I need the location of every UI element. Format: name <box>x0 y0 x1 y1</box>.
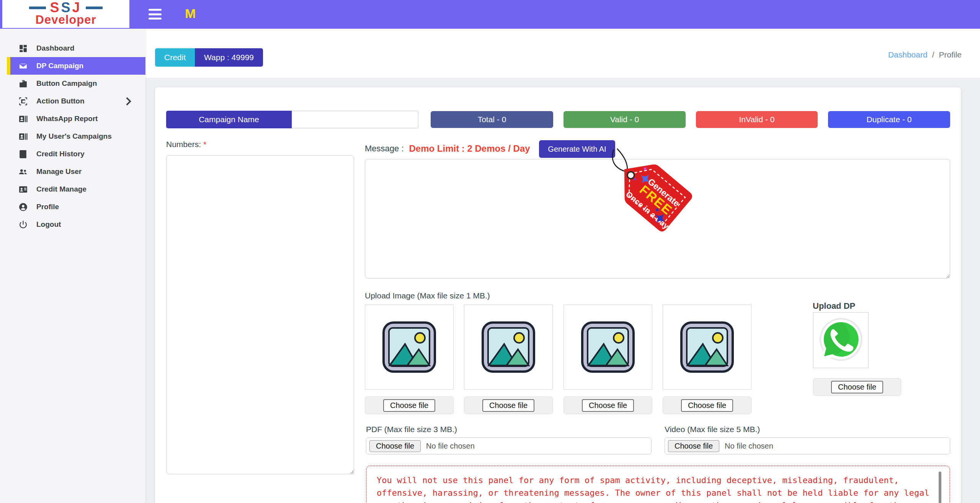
no-file-chosen-text: No file chosen <box>725 442 773 451</box>
choose-file-button[interactable]: Choose file <box>582 399 634 412</box>
choose-file-button[interactable]: Choose file <box>482 399 534 412</box>
users-icon <box>18 167 28 177</box>
sidebar-item-dp-campaign[interactable]: DP Campaign <box>7 57 145 75</box>
app-logo: SSJ Developer <box>2 0 129 28</box>
generate-with-ai-button[interactable]: Generate With AI <box>539 140 615 158</box>
pdf-label: PDF (Max file size 3 MB.) <box>366 425 457 434</box>
sidebar-item-button-campaign[interactable]: Button Campaign <box>7 75 145 92</box>
briefcase-icon <box>18 79 28 88</box>
image-file-input-4: Choose file <box>663 397 751 414</box>
demo-limit-text: Demo Limit : 2 Demos / Day <box>409 143 530 154</box>
image-preview-1 <box>365 305 454 390</box>
numbers-textarea[interactable] <box>166 155 354 474</box>
power-icon <box>18 220 28 229</box>
content-topbar: Credit Wapp : 49999 Dashboard / Profile <box>145 29 980 78</box>
report-card-icon <box>18 114 28 124</box>
message-label: Message : <box>365 144 404 154</box>
image-placeholder-icon <box>481 321 536 373</box>
choose-file-button[interactable]: Choose file <box>681 399 733 412</box>
sidebar-item-credit-manage[interactable]: Credit Manage <box>7 180 145 198</box>
report-card-icon <box>18 132 28 141</box>
stat-total[interactable]: Total - 0 <box>431 111 553 128</box>
choose-file-button[interactable]: Choose file <box>383 399 435 412</box>
logo-letters: SSJ <box>50 2 82 13</box>
sidebar-item-profile[interactable]: Profile <box>7 198 145 216</box>
breadcrumb-separator: / <box>932 50 934 59</box>
logo-subtitle: Developer <box>36 13 96 26</box>
breadcrumb-dashboard-link[interactable]: Dashboard <box>888 50 928 59</box>
sidebar: Dashboard DP Campaign Button Campaign Ac… <box>0 29 145 503</box>
choose-file-button[interactable]: Choose file <box>831 381 883 393</box>
logo-dash-left <box>29 7 46 9</box>
sidebar-item-dashboard[interactable]: Dashboard <box>7 39 145 57</box>
whatsapp-icon <box>817 316 866 365</box>
image-file-input-3: Choose file <box>564 397 652 414</box>
chevron-right-icon <box>124 97 133 106</box>
logo-dash-right <box>86 7 103 9</box>
numbers-label: Numbers: * <box>166 140 206 149</box>
upload-image-label: Upload Image (Max file size 1 MB.) <box>365 291 490 300</box>
choose-file-button[interactable]: Choose file <box>369 440 421 452</box>
sidebar-item-credit-history[interactable]: Credit History <box>7 145 145 163</box>
wapp-balance-button[interactable]: Wapp : 49999 <box>195 48 263 67</box>
stat-valid[interactable]: Valid - 0 <box>564 111 686 128</box>
video-label: Video (Max file size 5 MB.) <box>665 425 760 434</box>
image-preview-2 <box>464 305 553 390</box>
image-preview-3 <box>564 305 652 390</box>
sidebar-item-logout[interactable]: Logout <box>7 216 145 233</box>
spam-warning-text: You will not use this panel for any form… <box>377 474 939 503</box>
sidebar-item-my-users-campaigns[interactable]: My User's Campaigns <box>7 128 145 145</box>
image-placeholder-icon <box>680 321 734 373</box>
book-icon <box>18 149 28 159</box>
campaign-name-label: Campaign Name <box>166 111 292 128</box>
image-file-input-2: Choose file <box>464 397 553 414</box>
dp-file-input: Choose file <box>813 378 901 396</box>
person-circle-icon <box>18 202 28 212</box>
breadcrumb-current: Profile <box>939 50 962 59</box>
campaign-name-input[interactable] <box>292 111 418 128</box>
sidebar-item-action-button[interactable]: Action Button <box>7 92 145 110</box>
spam-warning-box: You will not use this panel for any form… <box>366 465 950 503</box>
sidebar-menu: Dashboard DP Campaign Button Campaign Ac… <box>0 29 145 233</box>
frame-icon <box>18 97 28 106</box>
campaign-form-card: Campaign Name Total - 0 Valid - 0 InVali… <box>155 87 961 503</box>
required-asterisk: * <box>203 140 206 149</box>
choose-file-button[interactable]: Choose file <box>668 440 719 452</box>
dp-preview <box>813 312 869 368</box>
mail-icon <box>18 61 28 71</box>
upload-dp-label: Upload DP <box>813 301 855 311</box>
stat-invalid[interactable]: InValid - 0 <box>696 111 818 128</box>
image-preview-4 <box>663 305 751 390</box>
breadcrumb: Dashboard / Profile <box>888 50 962 59</box>
top-header-bar: SSJ Developer M <box>0 0 980 29</box>
dashboard-icon <box>18 44 28 53</box>
image-placeholder-icon <box>581 321 635 373</box>
video-file-input: Choose file No file chosen <box>665 437 950 454</box>
image-placeholder-icon <box>382 321 436 373</box>
credit-button[interactable]: Credit <box>155 48 195 67</box>
id-card-icon <box>18 185 28 194</box>
no-file-chosen-text: No file chosen <box>426 442 475 451</box>
warning-scrollbar[interactable] <box>939 472 941 503</box>
image-file-input-1: Choose file <box>365 397 454 414</box>
pdf-file-input: Choose file No file chosen <box>366 437 652 454</box>
sidebar-item-manage-user[interactable]: Manage User <box>7 163 145 180</box>
credit-wapp-group: Credit Wapp : 49999 <box>155 48 263 67</box>
stat-duplicate[interactable]: Duplicate - 0 <box>828 111 950 128</box>
message-textarea[interactable] <box>365 159 950 279</box>
hamburger-menu-icon[interactable] <box>149 9 162 20</box>
sidebar-item-whatsapp-report[interactable]: WhatsApp Report <box>7 110 145 128</box>
marquee-text: M <box>185 6 196 21</box>
